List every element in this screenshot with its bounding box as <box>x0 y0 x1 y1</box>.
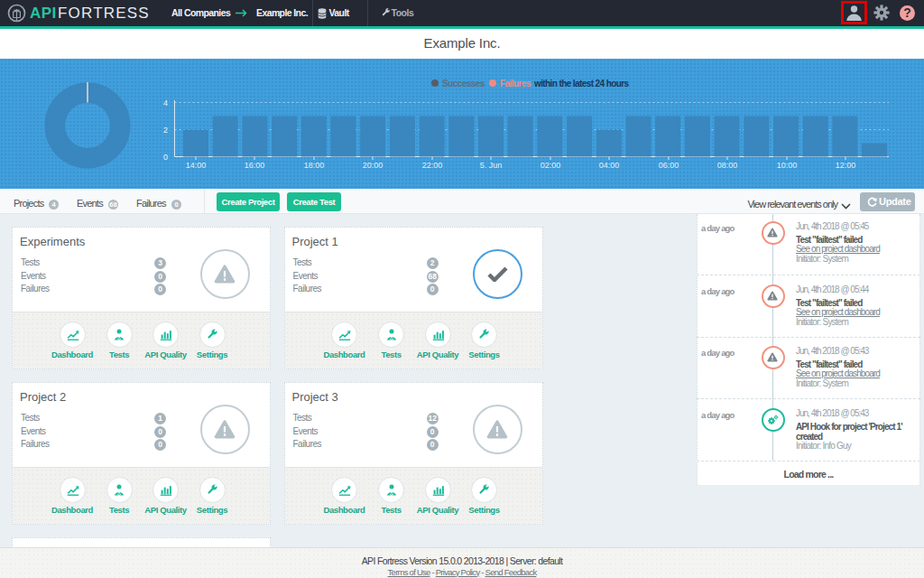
svg-text:Successes: Successes <box>442 79 485 89</box>
svg-text:Failures: Failures <box>500 79 531 89</box>
svg-text:18:00: 18:00 <box>304 161 325 170</box>
svg-text:04:00: 04:00 <box>599 161 620 170</box>
svg-text:0: 0 <box>163 153 168 162</box>
svg-text:06:00: 06:00 <box>659 161 679 170</box>
svg-text:14:00: 14:00 <box>186 161 207 170</box>
svg-text:08:00: 08:00 <box>717 161 738 170</box>
svg-text:20:00: 20:00 <box>363 161 383 170</box>
svg-text:10:00: 10:00 <box>777 161 798 170</box>
svg-text:within the latest 24 hours: within the latest 24 hours <box>533 79 629 89</box>
svg-text:12:00: 12:00 <box>836 161 856 170</box>
svg-text:4: 4 <box>163 98 168 107</box>
svg-text:16:00: 16:00 <box>245 161 265 170</box>
svg-text:02:00: 02:00 <box>541 161 561 170</box>
svg-text:5. Jun: 5. Jun <box>480 161 503 170</box>
svg-text:22:00: 22:00 <box>422 161 443 170</box>
svg-text:2: 2 <box>163 126 168 135</box>
